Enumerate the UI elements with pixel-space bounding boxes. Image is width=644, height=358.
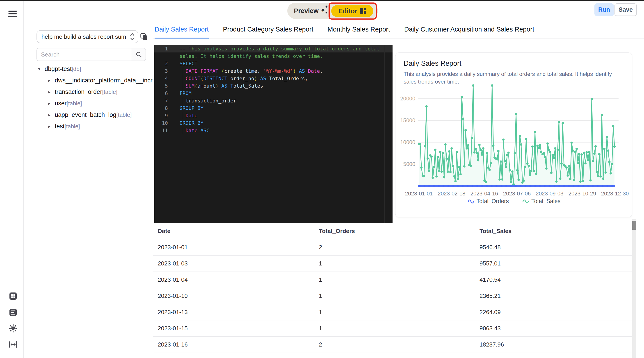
table-cell: 9546.48: [480, 244, 632, 251]
search-input[interactable]: [37, 48, 132, 60]
run-button[interactable]: Run: [594, 3, 614, 16]
report-tabs: Daily Sales ReportProduct Category Sales…: [154, 20, 644, 39]
code-text: SELECT: [180, 60, 198, 67]
table-row: 2023-01-1012365.21: [153, 288, 632, 304]
caret-right-icon[interactable]: ▸: [47, 124, 52, 129]
table-row: 2023-01-1312264.09: [153, 304, 632, 320]
table-scrollbar-thumb[interactable]: [632, 221, 636, 230]
table-cell: 1: [319, 260, 480, 267]
legend-item-total_sales[interactable]: Total_Sales: [522, 198, 560, 204]
table-cell: 2023-01-15: [153, 325, 319, 332]
column-header-date: Date: [153, 228, 319, 235]
code-text: Date ASC: [180, 127, 209, 134]
theme-sun-icon[interactable]: [8, 324, 18, 333]
document-icon[interactable]: [8, 308, 18, 317]
code-line: 1-- This analysis provides a daily summa…: [154, 45, 392, 52]
editor-label: Editor: [338, 7, 358, 15]
line-number: 7: [154, 97, 168, 104]
caret-right-icon[interactable]: ▸: [47, 112, 52, 117]
tree-item-dws__indicator_platform_data__incr[interactable]: ▸dws__indicator_platform_data__incr: [24, 75, 153, 86]
prompt-select[interactable]: [36, 30, 138, 43]
table-cell: 2023-01-01: [153, 244, 319, 251]
save-button[interactable]: Save: [614, 3, 637, 16]
tab-daily-customer-acquisition-and-sales-report[interactable]: Daily Customer Acquisition and Sales Rep…: [404, 20, 534, 38]
code-line: 7 transaction_order: [154, 97, 392, 104]
legend-item-total_orders[interactable]: Total_Orders: [468, 198, 509, 204]
search-box: [36, 48, 146, 61]
table-row: 2023-01-0129546.48: [153, 239, 632, 256]
column-header-total_orders: Total_Orders: [319, 228, 480, 235]
apps-grid-icon[interactable]: [8, 292, 18, 301]
resize-width-icon[interactable]: [8, 340, 18, 349]
line-number: 3: [154, 67, 168, 75]
code-text: transaction_order: [180, 97, 236, 104]
code-text: SUM(amount) AS Total_Sales: [180, 82, 263, 90]
select-spinner-icon[interactable]: [130, 32, 135, 41]
tree-item-user[interactable]: ▸user[table]: [24, 98, 153, 109]
line-number: 8: [154, 104, 168, 112]
line-number: 4: [154, 75, 168, 82]
line-number: 2: [154, 60, 168, 67]
chart-card: Daily Sales Report This analysis provide…: [395, 52, 632, 217]
tree-item-label: dws__indicator_platform_data__incr: [55, 77, 152, 84]
chart-legend: Total_OrdersTotal_Sales: [396, 198, 632, 204]
y-axis-label: 5000: [393, 161, 415, 168]
sql-code-editor[interactable]: 1-- This analysis provides a daily summa…: [154, 45, 392, 223]
caret-down-icon[interactable]: ▾: [37, 66, 42, 72]
table-cell: 2023-01-16: [153, 341, 319, 348]
table-header-row: DateTotal_OrdersTotal_Sales: [153, 223, 632, 239]
tree-item-transaction_order[interactable]: ▸transaction_order[table]: [24, 86, 153, 98]
search-button[interactable]: [132, 48, 146, 60]
tree-item-type-tag: [table]: [102, 89, 118, 95]
table-cell: 2023-01-04: [153, 276, 319, 283]
preview-label: Preview: [294, 7, 318, 15]
x-axis-label: 2023-12-30: [596, 190, 634, 197]
code-line: 2SELECT: [154, 60, 392, 67]
code-text: ORDER BY: [180, 119, 204, 127]
caret-right-icon[interactable]: ▸: [47, 89, 52, 95]
dashboard-grid-icon: [360, 8, 366, 14]
code-text: COUNT(DISTINCT order_no) AS Total_Orders…: [180, 75, 308, 82]
caret-right-icon[interactable]: ▸: [47, 78, 52, 83]
tree-item-test[interactable]: ▸test[table]: [24, 121, 153, 132]
tree-item-type-tag: [table]: [65, 123, 80, 130]
column-header-total_sales: Total_Sales: [480, 228, 632, 235]
tab-product-category-sales-report[interactable]: Product Category Sales Report: [223, 20, 313, 38]
legend-label: Total_Orders: [476, 198, 509, 204]
wave-icon: [468, 199, 474, 204]
code-text: -- This analysis provides a daily summar…: [180, 45, 380, 52]
tree-item-type-tag: [table]: [116, 112, 132, 118]
sidebar: ▾dbgpt-test[db]▸dws__indicator_platform_…: [24, 20, 153, 358]
menu-icon[interactable]: [8, 10, 17, 17]
editor-button[interactable]: Editor: [331, 5, 374, 17]
tree-item-label: user: [55, 100, 67, 107]
code-line: 6FROM: [154, 90, 392, 97]
prompt-input[interactable]: [42, 33, 127, 40]
code-line: 3 DATE_FORMAT (create_time, '%Y-%m-%d') …: [154, 67, 392, 75]
table-row: 2023-01-1519063.43: [153, 320, 632, 337]
tree-item-label: uapp_event_batch_log: [55, 111, 116, 118]
tree-item-dbgpt-test[interactable]: ▾dbgpt-test[db]: [24, 63, 153, 75]
table-cell: 1: [319, 293, 480, 300]
y-axis-label: 15000: [393, 117, 415, 124]
line-number: 5: [154, 82, 168, 90]
table-cell: 2023-01-10: [153, 293, 319, 300]
tree-item-uapp_event_batch_log[interactable]: ▸uapp_event_batch_log[table]: [24, 109, 153, 121]
table-row: 2023-01-0414170.54: [153, 272, 632, 288]
tab-monthly-sales-report[interactable]: Monthly Sales Report: [328, 20, 390, 38]
preview-button[interactable]: Preview ✦✦✦: [287, 3, 334, 19]
line-number: 6: [154, 90, 168, 97]
table-scrollbar-track[interactable]: [632, 219, 636, 358]
code-text: sales. It helps identify sales trends ov…: [180, 52, 323, 60]
tab-daily-sales-report[interactable]: Daily Sales Report: [154, 20, 209, 38]
sparkles-icon: ✦✦✦: [320, 6, 328, 15]
view-mode-toggle: Preview ✦✦✦ Editor: [287, 3, 378, 19]
left-rail: [0, 1, 24, 358]
caret-right-icon[interactable]: ▸: [47, 101, 52, 106]
table-cell: 2264.09: [480, 309, 632, 316]
table-cell: 1: [319, 325, 480, 332]
tree-item-label: transaction_order: [55, 88, 102, 95]
line-number: 11: [154, 127, 168, 134]
copy-icon[interactable]: [140, 33, 148, 41]
tree-item-label: dbgpt-test: [44, 65, 72, 72]
